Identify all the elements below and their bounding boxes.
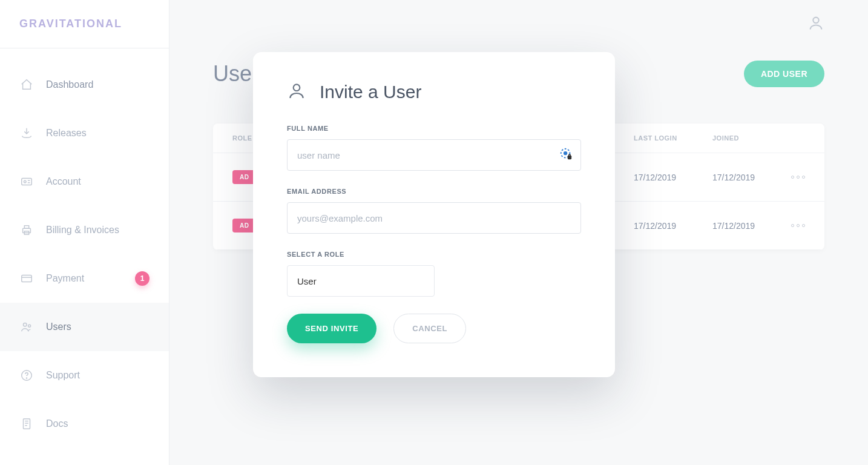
modal-title: Invite a User [320, 82, 421, 102]
email-label: EMAIL ADDRESS [287, 188, 581, 195]
form-group-email: EMAIL ADDRESS [287, 188, 581, 234]
form-group-role: SELECT A ROLE User [287, 251, 581, 297]
svg-point-12 [294, 84, 300, 91]
role-select-value: User [297, 276, 317, 286]
invite-user-modal: Invite a User FULL NAME EMAIL ADDRESS SE… [253, 52, 615, 377]
full-name-label: FULL NAME [287, 125, 581, 132]
form-group-full-name: FULL NAME [287, 125, 581, 171]
user-icon [287, 81, 306, 103]
email-input[interactable] [287, 202, 581, 234]
role-select[interactable]: User [287, 265, 435, 297]
modal-actions: SEND INVITE CANCEL [287, 314, 581, 343]
svg-rect-16 [569, 154, 571, 156]
svg-point-14 [564, 151, 567, 155]
modal-header: Invite a User [287, 81, 581, 103]
cancel-button[interactable]: CANCEL [393, 314, 466, 343]
full-name-input[interactable] [287, 139, 581, 171]
send-invite-button[interactable]: SEND INVITE [287, 314, 376, 343]
role-label: SELECT A ROLE [287, 251, 581, 258]
password-manager-icon[interactable] [559, 147, 573, 163]
